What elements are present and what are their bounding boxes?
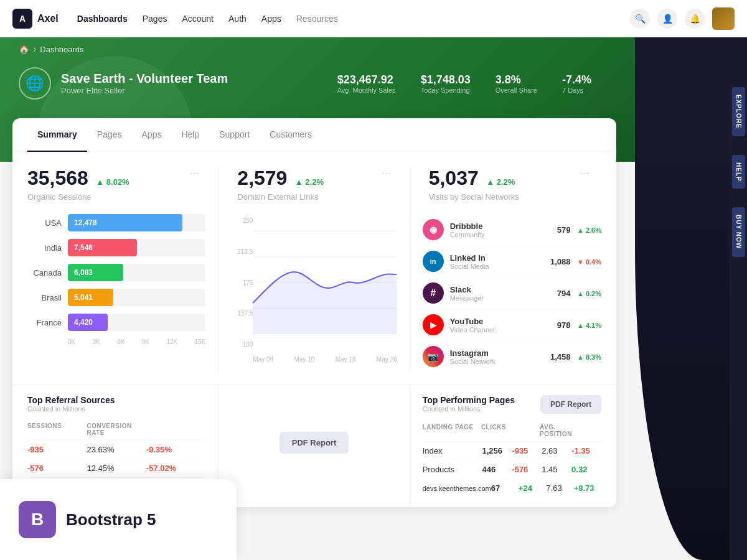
nav-dashboards[interactable]: Dashboards bbox=[77, 14, 128, 24]
bar-row-canada: Canada 6,083 bbox=[27, 264, 205, 281]
pages-title: Top Performing Pages bbox=[423, 395, 515, 405]
sidebar-help[interactable]: Help bbox=[732, 155, 745, 189]
stats-row: 35,568 ▲ 8.02% Organic Sessions ··· 2,57… bbox=[12, 152, 616, 214]
line-chart-area: 250 212.5 175 137.5 100 bbox=[231, 214, 397, 351]
organic-sessions-menu[interactable]: ··· bbox=[190, 167, 199, 180]
hero-subtitle: Power Elite Seller bbox=[61, 86, 228, 95]
main-content: Explore Help Buy now 🏠 › Dashboards 🌐 Sa… bbox=[0, 37, 747, 560]
sidebar-buy[interactable]: Buy now bbox=[732, 207, 745, 256]
social-row-youtube: ▶ YouTube Video Channel 978 ▲ 4.1% bbox=[423, 309, 601, 341]
hero-text: Save Earth - Volunteer Team Power Elite … bbox=[61, 72, 228, 95]
user-avatar[interactable] bbox=[712, 7, 735, 30]
domain-links-menu[interactable]: ··· bbox=[382, 167, 391, 180]
nav-account[interactable]: Account bbox=[182, 14, 214, 24]
social-row-dribbble: ◉ Dribbble Community 579 ▲ 2.6% bbox=[423, 214, 601, 246]
stat-domain-links: 2,579 ▲ 2.2% Domain External Links ··· bbox=[218, 167, 410, 214]
right-sidebar: Explore Help Buy now bbox=[730, 75, 747, 560]
hero-stat-spending: $1,748.03 Today Spending bbox=[421, 73, 471, 94]
tab-help[interactable]: Help bbox=[171, 118, 209, 152]
navbar: A Axel Dashboards Pages Account Auth App… bbox=[0, 0, 747, 37]
referral-table-header: SESSIONS CONVERSION RATE bbox=[27, 419, 205, 441]
nav-apps[interactable]: Apps bbox=[261, 14, 281, 24]
hero-stat-share: 3.8% Overall Share bbox=[496, 73, 537, 94]
tab-summary[interactable]: Summary bbox=[27, 118, 87, 152]
bar-chart-panel: USA 12,478 India 7,546 Canad bbox=[27, 214, 218, 372]
stat-social-visits: 5,037 ▲ 2.2% Visits by Social Networks ·… bbox=[410, 167, 601, 214]
brand[interactable]: A Axel bbox=[12, 9, 59, 29]
sidebar-explore[interactable]: Explore bbox=[732, 87, 745, 136]
breadcrumb-current: Dashboards bbox=[40, 45, 83, 54]
pages-row-1: Index 1,256 -935 2.63 -1.35 bbox=[423, 442, 601, 460]
social-visits-value: 5,037 bbox=[429, 167, 479, 189]
tab-support[interactable]: Support bbox=[209, 118, 260, 152]
chart-svg-container: May 04 May 10 May 18 May 26 bbox=[253, 214, 397, 351]
hero-stat-sales: $23,467.92 Avg. Monthly Sales bbox=[337, 73, 396, 94]
bar-row-india: India 7,546 bbox=[27, 239, 205, 256]
pages-row-2: Products 446 -576 1.45 0.32 bbox=[423, 460, 601, 479]
bar-row-brasil: Brasil 5,041 bbox=[27, 289, 205, 306]
nav-auth[interactable]: Auth bbox=[228, 14, 247, 24]
dashboard-card: Summary Pages Apps Help Support Customer… bbox=[12, 118, 616, 507]
domain-links-change: ▲ 2.2% bbox=[295, 177, 324, 187]
social-row-linkedin: in Linked In Social Media 1,088 ▼ 0.4% bbox=[423, 246, 601, 278]
line-chart-panel: 250 212.5 175 137.5 100 bbox=[218, 214, 410, 372]
brand-name: Axel bbox=[37, 13, 59, 24]
referral-subtitle: Counted in Millions bbox=[27, 405, 205, 413]
navbar-right: 🔍 👤 🔔 bbox=[630, 7, 735, 30]
top-pages-panel: Top Performing Pages Counted in Millions… bbox=[410, 385, 601, 507]
pdf-report-button-middle[interactable]: PDF Report bbox=[280, 432, 349, 454]
notifications-button[interactable]: 🔔 bbox=[685, 9, 705, 29]
hero-title: Save Earth - Volunteer Team bbox=[61, 72, 228, 86]
stat-organic-sessions: 35,568 ▲ 8.02% Organic Sessions ··· bbox=[27, 167, 218, 214]
tab-pages[interactable]: Pages bbox=[87, 118, 132, 152]
bootstrap-name: Bootstrap 5 bbox=[66, 510, 156, 530]
line-chart-svg bbox=[253, 214, 397, 351]
social-visits-menu[interactable]: ··· bbox=[580, 167, 589, 180]
social-visits-change: ▲ 2.2% bbox=[486, 177, 515, 187]
breadcrumb-separator: › bbox=[33, 44, 36, 55]
bootstrap-icon: B bbox=[19, 501, 56, 538]
nav-pages[interactable]: Pages bbox=[143, 14, 167, 24]
bar-row-france: France 4,420 bbox=[27, 314, 205, 331]
pdf-report-middle-panel: PDF Report bbox=[218, 385, 410, 507]
y-axis-labels: 250 212.5 175 137.5 100 bbox=[231, 214, 253, 351]
pdf-report-button-right[interactable]: PDF Report bbox=[540, 395, 601, 414]
referral-row-1: -935 23.63% -9.35% bbox=[27, 441, 205, 459]
brand-icon: A bbox=[12, 9, 32, 29]
hero-stat-days: -7.4% 7 Days bbox=[562, 73, 591, 94]
referral-row-2: -576 12.45% -57.02% bbox=[27, 459, 205, 478]
domain-links-label: Domain External Links bbox=[237, 192, 324, 202]
organic-sessions-value: 35,568 bbox=[27, 167, 88, 189]
bootstrap-watermark: B Bootstrap 5 bbox=[0, 479, 237, 560]
social-networks-panel: ◉ Dribbble Community 579 ▲ 2.6% bbox=[410, 214, 601, 372]
bar-row-usa: USA 12,478 bbox=[27, 214, 205, 231]
tab-customers[interactable]: Customers bbox=[260, 118, 322, 152]
x-axis-labels: May 04 May 10 May 18 May 26 bbox=[253, 356, 397, 363]
user-menu-button[interactable]: 👤 bbox=[657, 9, 677, 29]
bar-axis: 0K 3K 6K 9K 12K 15K bbox=[27, 338, 205, 345]
domain-links-value: 2,579 bbox=[237, 167, 287, 189]
search-button[interactable]: 🔍 bbox=[630, 9, 650, 29]
organic-sessions-label: Organic Sessions bbox=[27, 192, 129, 202]
referral-title: Top Referral Sources bbox=[27, 395, 205, 405]
pages-table-header: LANDING PAGE CLICKS AVG. POSITION bbox=[423, 420, 601, 442]
tab-bar: Summary Pages Apps Help Support Customer… bbox=[12, 118, 616, 152]
charts-row: USA 12,478 India 7,546 Canad bbox=[12, 214, 616, 385]
pages-subtitle: Counted in Millions bbox=[423, 405, 515, 413]
social-row-instagram: 📷 Instagram Social Network 1,458 ▲ 8.3% bbox=[423, 341, 601, 372]
social-visits-label: Visits by Social Networks bbox=[429, 192, 519, 202]
tab-apps[interactable]: Apps bbox=[132, 118, 172, 152]
nav-resources[interactable]: Resources bbox=[296, 14, 338, 24]
pages-row-3: devs.keenthemes.com 67 +24 7.63 +8.73 bbox=[423, 479, 601, 497]
main-nav: Dashboards Pages Account Auth Apps Resou… bbox=[77, 14, 630, 24]
organic-sessions-change: ▲ 8.02% bbox=[96, 177, 129, 187]
social-row-slack: # Slack Messanger 794 ▲ 0.2% bbox=[423, 278, 601, 309]
hero-logo: 🌐 bbox=[19, 67, 51, 100]
home-icon: 🏠 bbox=[19, 44, 29, 54]
